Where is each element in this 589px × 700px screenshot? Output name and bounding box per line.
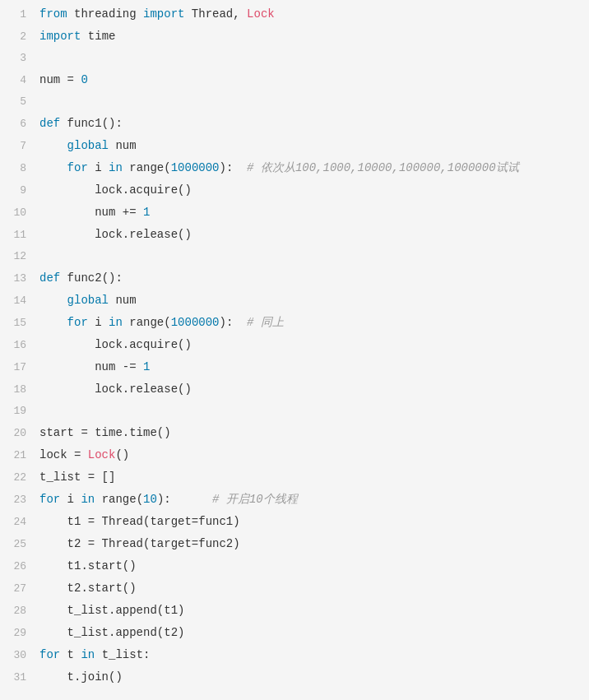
- token-num: 1: [143, 360, 150, 373]
- token-plain: func2():: [60, 271, 123, 285]
- line-number: 17: [7, 357, 26, 378]
- line-content: num -= 1: [39, 356, 582, 378]
- token-plain: num: [109, 294, 137, 307]
- code-line: 19: [0, 401, 589, 422]
- line-content: t1 = Thread(target=func1): [39, 511, 582, 532]
- line-number: 7: [7, 136, 26, 157]
- token-plain: lock.release(): [39, 382, 192, 396]
- line-content: start = time.time(): [39, 422, 582, 443]
- code-line: 1from threading import Thread, Lock: [0, 3, 589, 25]
- token-kw: def: [39, 271, 60, 285]
- token-plain: threading: [67, 7, 143, 21]
- code-line: 12: [0, 246, 589, 267]
- code-line: 16 lock.acquire(): [0, 334, 589, 356]
- token-num: 0: [81, 73, 87, 86]
- line-content: for i in range(10): # 开启10个线程: [39, 489, 582, 510]
- token-plain: time: [81, 30, 115, 43]
- token-plain: range(: [95, 493, 143, 506]
- code-line: 28 t_list.append(t1): [0, 600, 589, 622]
- line-number: 23: [7, 489, 26, 511]
- token-plain: ):: [157, 493, 212, 506]
- token-kw: in: [81, 648, 95, 661]
- token-plain: [39, 316, 67, 329]
- token-plain: t2.start(): [39, 582, 137, 595]
- line-number: 6: [7, 114, 26, 135]
- code-line: 31 t.join(): [0, 666, 589, 688]
- line-content: import time: [39, 25, 582, 47]
- line-content: from threading import Thread, Lock: [39, 3, 582, 25]
- line-number: 12: [7, 246, 26, 267]
- line-content: num = 0: [39, 69, 582, 90]
- line-number: 24: [7, 512, 26, 533]
- token-plain: num =: [39, 73, 81, 86]
- token-kw: for: [39, 493, 60, 506]
- token-kw: global: [67, 139, 109, 152]
- line-content: def func2():: [39, 267, 582, 289]
- token-plain: i: [88, 161, 109, 174]
- line-number: 2: [7, 26, 26, 48]
- code-line: 20start = time.time(): [0, 422, 589, 444]
- line-content: def func1():: [39, 113, 582, 134]
- token-plain: ):: [219, 161, 247, 174]
- line-number: 31: [7, 667, 26, 688]
- line-number: 25: [7, 534, 26, 555]
- line-number: 20: [7, 423, 26, 444]
- line-number: 13: [7, 268, 26, 290]
- token-num: 10: [143, 493, 157, 506]
- token-cls: Lock: [88, 448, 116, 461]
- line-content: lock.acquire(): [39, 179, 582, 201]
- line-number: 5: [7, 91, 26, 113]
- token-plain: [39, 161, 67, 174]
- line-number: 28: [7, 600, 26, 622]
- code-line: 17 num -= 1: [0, 356, 589, 378]
- token-comment: # 依次从100,1000,10000,100000,1000000试试: [247, 161, 518, 174]
- code-line: 30for t in t_list:: [0, 644, 589, 666]
- token-kw: from: [39, 7, 67, 21]
- token-kw: in: [109, 316, 123, 329]
- token-num: 1000000: [171, 161, 220, 174]
- token-plain: start = time.time(): [39, 426, 171, 439]
- code-line: 6def func1():: [0, 113, 589, 135]
- token-kw: for: [67, 161, 88, 174]
- token-plain: t_list.append(t2): [39, 626, 184, 639]
- token-plain: lock.acquire(): [39, 183, 192, 197]
- line-content: for i in range(1000000): # 依次从100,1000,1…: [39, 157, 582, 178]
- token-plain: t: [60, 648, 81, 661]
- line-content: lock.release(): [39, 378, 582, 400]
- token-plain: lock =: [39, 448, 88, 461]
- line-content: for i in range(1000000): # 同上: [39, 312, 582, 333]
- line-content: lock.release(): [39, 224, 582, 245]
- token-plain: num -=: [39, 360, 143, 373]
- code-line: 4num = 0: [0, 69, 589, 91]
- line-number: 26: [7, 556, 26, 577]
- line-number: 30: [7, 645, 26, 666]
- token-plain: [39, 139, 67, 152]
- line-number: 15: [7, 313, 26, 334]
- token-kw: global: [67, 294, 109, 307]
- line-content: for t in t_list:: [39, 644, 582, 665]
- code-editor: 1from threading import Thread, Lock2impo…: [0, 0, 589, 700]
- line-content: t_list.append(t1): [39, 600, 582, 621]
- token-plain: range(: [123, 316, 171, 329]
- code-line: 26 t1.start(): [0, 555, 589, 577]
- token-kw: in: [81, 493, 95, 506]
- token-plain: [39, 294, 67, 307]
- line-number: 29: [7, 623, 26, 644]
- line-content: t_list.append(t2): [39, 622, 582, 643]
- token-kw: def: [39, 117, 60, 130]
- line-content: t1.start(): [39, 555, 582, 577]
- code-line: 10 num += 1: [0, 202, 589, 224]
- line-number: 11: [7, 225, 26, 246]
- code-line: 7 global num: [0, 135, 589, 157]
- token-plain: (): [115, 448, 129, 461]
- token-plain: t.join(): [39, 670, 123, 684]
- token-plain: func1():: [60, 117, 123, 130]
- line-number: 14: [7, 290, 26, 312]
- code-line: 21lock = Lock(): [0, 444, 589, 466]
- token-comment: # 开启10个线程: [212, 493, 298, 506]
- token-kw: import: [143, 7, 184, 21]
- token-kw: import: [39, 30, 81, 43]
- token-cls: Lock: [247, 7, 275, 21]
- code-line: 11 lock.release(): [0, 224, 589, 246]
- line-content: num += 1: [39, 202, 582, 223]
